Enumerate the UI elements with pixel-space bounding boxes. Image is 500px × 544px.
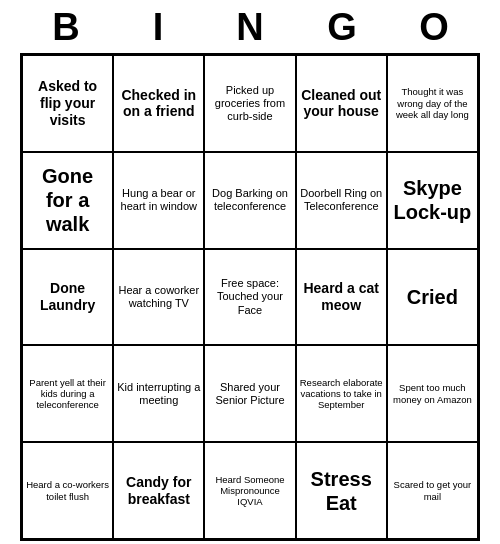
letter-o: O: [394, 6, 474, 49]
bingo-cell-18[interactable]: Research elaborate vacations to take in …: [296, 345, 387, 442]
bingo-cell-23[interactable]: Stress Eat: [296, 442, 387, 539]
bingo-cell-21[interactable]: Candy for breakfast: [113, 442, 204, 539]
bingo-cell-4[interactable]: Thought it was wrong day of the week all…: [387, 55, 478, 152]
bingo-cell-24[interactable]: Scared to get your mail: [387, 442, 478, 539]
bingo-cell-20[interactable]: Heard a co-workers toilet flush: [22, 442, 113, 539]
bingo-cell-11[interactable]: Hear a coworker watching TV: [113, 249, 204, 346]
bingo-cell-3[interactable]: Cleaned out your house: [296, 55, 387, 152]
bingo-cell-13[interactable]: Heard a cat meow: [296, 249, 387, 346]
letter-b: B: [26, 6, 106, 49]
bingo-cell-12[interactable]: Free space: Touched your Face: [204, 249, 295, 346]
bingo-cell-9[interactable]: Skype Lock-up: [387, 152, 478, 249]
letter-i: I: [118, 6, 198, 49]
bingo-title: B I N G O: [20, 0, 480, 53]
letter-g: G: [302, 6, 382, 49]
bingo-cell-1[interactable]: Checked in on a friend: [113, 55, 204, 152]
bingo-cell-7[interactable]: Dog Barking on teleconference: [204, 152, 295, 249]
bingo-cell-16[interactable]: Kid interrupting a meeting: [113, 345, 204, 442]
bingo-cell-6[interactable]: Hung a bear or heart in window: [113, 152, 204, 249]
bingo-cell-15[interactable]: Parent yell at their kids during a telec…: [22, 345, 113, 442]
bingo-cell-19[interactable]: Spent too much money on Amazon: [387, 345, 478, 442]
letter-n: N: [210, 6, 290, 49]
bingo-cell-14[interactable]: Cried: [387, 249, 478, 346]
bingo-grid: Asked to flip your visitsChecked in on a…: [20, 53, 480, 541]
bingo-cell-10[interactable]: Done Laundry: [22, 249, 113, 346]
bingo-cell-0[interactable]: Asked to flip your visits: [22, 55, 113, 152]
bingo-cell-2[interactable]: Picked up groceries from curb-side: [204, 55, 295, 152]
bingo-cell-22[interactable]: Heard Someone Mispronounce IQVIA: [204, 442, 295, 539]
bingo-cell-8[interactable]: Doorbell Ring on Teleconference: [296, 152, 387, 249]
bingo-cell-17[interactable]: Shared your Senior Picture: [204, 345, 295, 442]
bingo-cell-5[interactable]: Gone for a walk: [22, 152, 113, 249]
